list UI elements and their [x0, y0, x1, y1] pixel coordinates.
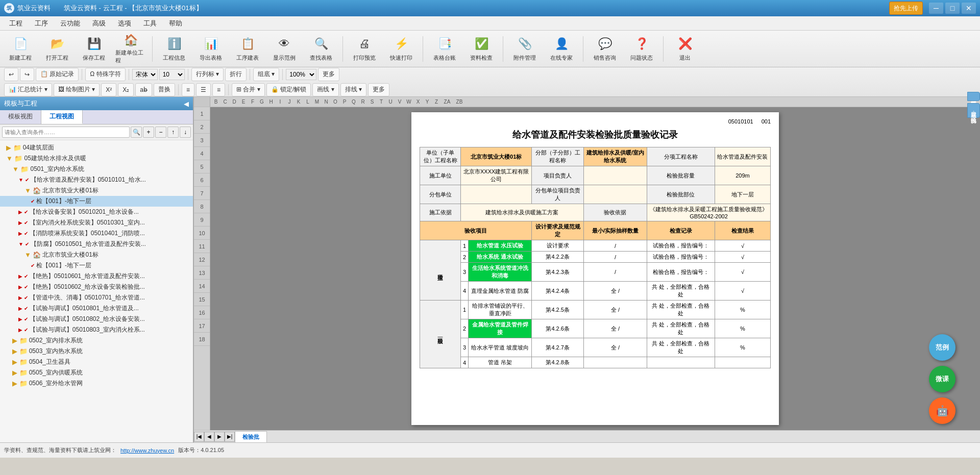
table-account-button[interactable]: 📑 表格台账 — [428, 33, 461, 65]
undo-button[interactable]: ↩ — [4, 68, 18, 81]
subcon-value[interactable] — [461, 185, 532, 204]
gen-req-1[interactable]: 第4.2.5条 — [532, 301, 584, 319]
gen-name-4[interactable]: 管道 吊架 — [469, 357, 532, 368]
save-project-button[interactable]: 💾 保存工程 — [78, 33, 110, 65]
gen-result-3[interactable]: % — [715, 338, 770, 357]
construct-value[interactable]: 北京市XXXX建筑工程有限公司 — [461, 166, 532, 185]
print-preview-button[interactable]: 🖨 打印预览 — [348, 33, 381, 65]
tree-item-001b[interactable]: ✔ 检【001】-地下一层 — [0, 260, 193, 271]
gen-record-3[interactable]: 共 处，全部检查，合格 处 — [647, 338, 715, 357]
item-sample-1[interactable]: / — [583, 240, 647, 252]
branch-value[interactable]: 建筑给排水及供暖/室内给水系统 — [583, 147, 647, 166]
right-label-2[interactable]: 底层题目：协跳投函 — [967, 103, 980, 118]
move-down-button[interactable]: ↓ — [180, 127, 191, 138]
micro-lesson-fab[interactable]: 微课 — [929, 366, 955, 392]
tree-item-010801[interactable]: ▶ ✔ 【试验与调试】05010801_给水管道及... — [0, 303, 193, 314]
tree-item-0502[interactable]: ▶ 📁 0502_室内排水系统 — [0, 335, 193, 346]
font-size-select[interactable]: 10 12 14 — [159, 69, 185, 80]
close-button[interactable]: ✕ — [962, 3, 976, 14]
more-button-2[interactable]: 更多 — [368, 83, 389, 96]
attachment-mgmt-button[interactable]: 📎 附件管理 — [508, 33, 541, 65]
item-record-3[interactable]: 检验合格，报告编号： — [647, 263, 715, 282]
menu-advanced[interactable]: 高级 — [87, 17, 111, 30]
document-area[interactable]: 05010101 001 给水管道及配件安装检验批质量验收记录 单位（子单位）工… — [210, 107, 980, 430]
unit-value[interactable]: 北京市筑业大楼01标 — [461, 147, 532, 166]
proj-manager-value[interactable] — [583, 166, 647, 185]
item-name-3[interactable]: 生活给水系统管道冲洗和消毒 — [469, 263, 532, 282]
group-button[interactable]: 组底 ▾ — [253, 68, 279, 81]
new-project-button[interactable]: 📄 新建工程 — [4, 33, 37, 65]
check-part-value[interactable]: 地下一层 — [715, 185, 770, 204]
item-req-3[interactable]: 第4.2.3条 — [532, 263, 584, 282]
tree-item-0501[interactable]: ▼ 📁 0501_室内给水系统 — [0, 164, 193, 174]
item-name-2[interactable]: 给水系统 通水试验 — [469, 252, 532, 263]
exit-button[interactable]: ❌ 退出 — [669, 33, 701, 65]
gen-result-1[interactable]: % — [715, 301, 770, 319]
gen-result-4[interactable] — [715, 357, 770, 368]
menu-help[interactable]: 帮助 — [164, 17, 187, 30]
tree-item-010501[interactable]: ▼ ✔ 【防腐】05010501_给水管道及配件安装... — [0, 239, 193, 249]
project-info-button[interactable]: ℹ️ 工程信息 — [158, 33, 190, 65]
problem-status-button[interactable]: ❓ 问题状态 — [625, 33, 658, 65]
item-record-2[interactable]: 试验合格，报告编号： — [647, 252, 715, 263]
sheet-tab-inspection[interactable]: 检验批 — [235, 431, 267, 442]
sheet-nav-last[interactable]: ▶| — [225, 432, 235, 442]
sheet-nav-prev[interactable]: ◀ — [204, 432, 214, 442]
item-req-2[interactable]: 第4.2.2条 — [532, 252, 584, 263]
gen-sample-1[interactable]: 全 / — [583, 301, 647, 319]
check-qty-value[interactable]: 209m — [715, 166, 770, 185]
menu-project[interactable]: 工程 — [4, 17, 28, 30]
sort-line-button[interactable]: 排线 ▾ — [340, 83, 366, 96]
tree-item-0503[interactable]: ▶ 📁 0503_室内热水系统 — [0, 346, 193, 357]
redo-button[interactable]: ↪ — [20, 68, 34, 81]
search-button[interactable]: 🔍 — [131, 127, 142, 138]
tree-item-010803[interactable]: ▶ ✔ 【试验与调试】05010803_室内消火栓系... — [0, 324, 193, 335]
item-name-1[interactable]: 给水管道 水压试验 — [469, 240, 532, 252]
tree-item-001[interactable]: ✔ 检【001】-地下一层 — [0, 196, 193, 207]
item-sample-4[interactable]: 全 / — [583, 282, 647, 301]
gen-result-2[interactable]: % — [715, 319, 770, 338]
remove-button[interactable]: − — [155, 127, 166, 138]
example-fab[interactable]: 范例 — [929, 334, 955, 361]
gen-name-2[interactable]: 金属给水管道及管件焊接 — [469, 319, 532, 338]
panel-collapse-icon[interactable]: ◀ — [184, 100, 189, 108]
build-table-button[interactable]: 📋 工序建表 — [231, 33, 264, 65]
draw-line-button[interactable]: 画线 ▾ — [312, 83, 338, 96]
open-project-button[interactable]: 📂 打开工程 — [41, 33, 74, 65]
font-family-select[interactable]: 宋体 黑体 楷体 — [132, 69, 158, 80]
gen-req-4[interactable]: 第4.2.8条 — [532, 357, 584, 368]
menu-sequence[interactable]: 工序 — [30, 17, 53, 30]
gen-req-3[interactable]: 第4.2.7条 — [532, 338, 584, 357]
item-result-2[interactable]: √ — [715, 252, 770, 263]
more-button-1[interactable]: 更多 — [318, 68, 339, 81]
align-right-button[interactable]: ≡ — [212, 83, 225, 96]
item-result-3[interactable]: √ — [715, 263, 770, 282]
replace-button[interactable]: 普换 — [154, 83, 175, 96]
tree-item-010802[interactable]: ▶ ✔ 【试验与调试】05010802_给水设备安装... — [0, 314, 193, 324]
tree-item-05[interactable]: ▼ 📁 05建筑给水排水及供暖 — [0, 153, 193, 164]
superscript-button[interactable]: X² — [101, 83, 116, 96]
basis-value[interactable]: 建筑给水排水及供暖施工方案 — [461, 204, 584, 221]
item-req-4[interactable]: 第4.2.4条 — [532, 282, 584, 301]
tree-item-bj02[interactable]: ▼ 🏠 北京市筑业大楼01标 — [0, 249, 193, 260]
tree-item-010401[interactable]: ▶ ✔ 【消防喷淋系统安装】05010401_消防喷... — [0, 228, 193, 239]
item-record-4[interactable]: 共 处，全部检查，合格 处 — [647, 282, 715, 301]
subitem-value[interactable]: 给水管道及配件安装 — [715, 147, 770, 166]
strikethrough-button[interactable]: ab̶ — [135, 83, 152, 96]
tab-template[interactable]: 模板视图 — [0, 110, 41, 124]
status-link[interactable]: http://www.zhuyew.cn — [120, 447, 174, 454]
robot-fab[interactable]: 🤖 — [929, 397, 955, 424]
new-unit-button[interactable]: 🏠 新建单位工程 — [114, 33, 147, 65]
gen-req-2[interactable]: 第4.2.6条 — [532, 319, 584, 338]
zoom-select[interactable]: 100% 75% 125% — [286, 69, 316, 80]
gen-sample-3[interactable]: 全 / — [583, 338, 647, 357]
tab-project[interactable]: 工程视图 — [41, 110, 83, 124]
export-table-button[interactable]: 📊 导出表格 — [194, 33, 227, 65]
tree-item-0504[interactable]: ▶ 📁 0504_卫生器具 — [0, 357, 193, 367]
subcon-manager-value[interactable] — [583, 185, 647, 204]
item-result-1[interactable]: √ — [715, 240, 770, 252]
original-record-button[interactable]: 📋 原始记录 — [36, 68, 79, 81]
tree-item-0506[interactable]: ▶ 📁 0506_室外给水管网 — [0, 378, 193, 389]
gen-name-1[interactable]: 给排水管铺设的平行、垂直净距 — [469, 301, 532, 319]
sheet-nav-first[interactable]: |◀ — [194, 432, 204, 442]
